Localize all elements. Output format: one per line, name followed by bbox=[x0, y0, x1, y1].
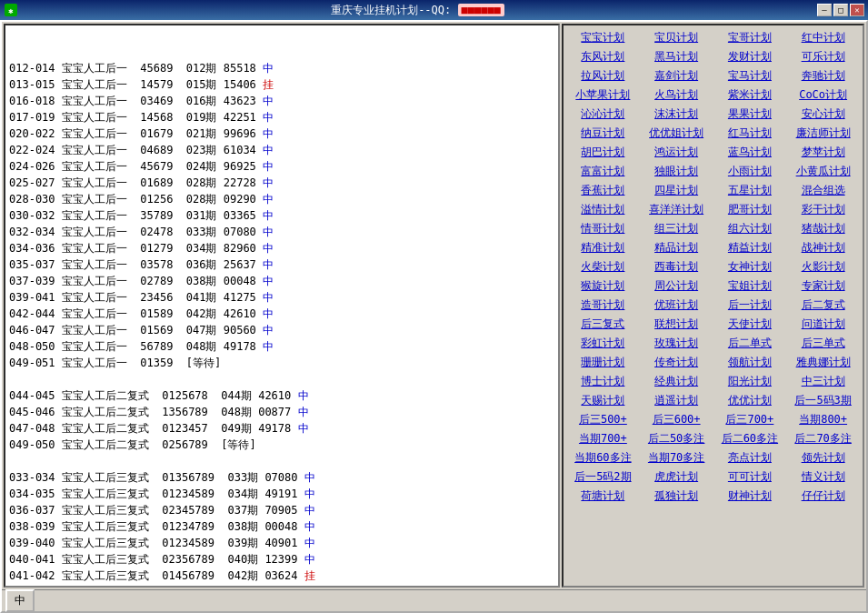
plan-link[interactable]: 红中计划 bbox=[787, 29, 859, 46]
plan-link[interactable]: 女神计划 bbox=[714, 258, 786, 276]
plan-link[interactable]: 沫沫计划 bbox=[641, 106, 713, 123]
plan-link[interactable]: 天使计划 bbox=[714, 316, 786, 333]
plan-link[interactable]: 猪哉计划 bbox=[787, 220, 859, 237]
plan-link[interactable]: 后二单式 bbox=[714, 335, 786, 352]
plan-link[interactable]: 当期700+ bbox=[567, 430, 639, 447]
plan-link[interactable]: 情哥计划 bbox=[567, 220, 639, 237]
plan-link[interactable]: 雅典娜计划 bbox=[787, 354, 859, 371]
plan-link[interactable]: 嘉剑计划 bbox=[641, 67, 713, 85]
plan-link[interactable]: 小雨计划 bbox=[714, 163, 786, 180]
plan-link[interactable]: 后二70多注 bbox=[787, 430, 859, 447]
plan-link[interactable]: 优班计划 bbox=[641, 296, 713, 314]
plan-link[interactable]: 后三600+ bbox=[641, 411, 713, 428]
plan-link[interactable]: 廉洁师计划 bbox=[787, 125, 859, 142]
plan-link[interactable]: 情义计划 bbox=[787, 468, 859, 486]
plan-link[interactable]: 火鸟计划 bbox=[641, 86, 713, 104]
plan-link[interactable]: 精品计划 bbox=[641, 239, 713, 256]
plan-link[interactable]: 纳豆计划 bbox=[567, 125, 639, 142]
plan-link[interactable]: 黑马计划 bbox=[641, 48, 713, 65]
plan-link[interactable]: 胡巴计划 bbox=[567, 144, 639, 161]
plan-link[interactable]: 富富计划 bbox=[567, 163, 639, 180]
plan-link[interactable]: 彩虹计划 bbox=[567, 335, 639, 352]
plan-link[interactable]: 拉风计划 bbox=[567, 67, 639, 85]
plan-link[interactable]: 沁沁计划 bbox=[567, 106, 639, 123]
plan-link[interactable]: 组三计划 bbox=[641, 220, 713, 237]
plan-link[interactable]: 溢情计划 bbox=[567, 201, 639, 218]
plan-link[interactable]: 仔仔计划 bbox=[787, 487, 859, 505]
plan-link[interactable]: 联想计划 bbox=[641, 316, 713, 333]
left-panel[interactable]: 012-014 宝宝人工后一 45689 012期 85518 中 013-01… bbox=[4, 24, 560, 588]
plan-link[interactable]: 独眼计划 bbox=[641, 163, 713, 180]
plan-link[interactable]: 珊珊计划 bbox=[567, 354, 639, 371]
plan-link[interactable]: 后二60多注 bbox=[714, 430, 786, 447]
status-button[interactable]: 中 bbox=[5, 589, 35, 612]
plan-link[interactable]: 后三500+ bbox=[567, 411, 639, 428]
plan-link[interactable]: CoCo计划 bbox=[787, 86, 859, 104]
plan-link[interactable]: 后二50多注 bbox=[641, 430, 713, 447]
plan-link[interactable]: 优优姐计划 bbox=[641, 125, 713, 142]
plan-link[interactable]: 紫米计划 bbox=[714, 86, 786, 104]
plan-link[interactable]: 后二复式 bbox=[787, 296, 859, 314]
plan-link[interactable]: 彩干计划 bbox=[787, 201, 859, 218]
plan-link[interactable]: 虎虎计划 bbox=[641, 468, 713, 486]
plan-link[interactable]: 安心计划 bbox=[787, 106, 859, 123]
plan-link[interactable]: 亮点计划 bbox=[714, 449, 786, 467]
plan-link[interactable]: 宝贝计划 bbox=[641, 29, 713, 46]
plan-link[interactable]: 孤独计划 bbox=[641, 487, 713, 505]
minimize-button[interactable]: — bbox=[817, 4, 832, 16]
plan-link[interactable]: 当期70多注 bbox=[641, 449, 713, 467]
plan-link[interactable]: 玫瑰计划 bbox=[641, 335, 713, 352]
plan-link[interactable]: 发财计划 bbox=[714, 48, 786, 65]
plan-link[interactable]: 宝哥计划 bbox=[714, 29, 786, 46]
plan-link[interactable]: 肥哥计划 bbox=[714, 201, 786, 218]
plan-link[interactable]: 后一5码2期 bbox=[567, 468, 639, 486]
plan-link[interactable]: 宝马计划 bbox=[714, 67, 786, 85]
plan-link[interactable]: 香蕉计划 bbox=[567, 182, 639, 199]
plan-link[interactable]: 天赐计划 bbox=[567, 392, 639, 409]
plan-link[interactable]: 猴旋计划 bbox=[567, 277, 639, 295]
plan-link[interactable]: 五星计划 bbox=[714, 182, 786, 199]
plan-link[interactable]: 四星计划 bbox=[641, 182, 713, 199]
plan-link[interactable]: 战神计划 bbox=[787, 239, 859, 256]
plan-link[interactable]: 财神计划 bbox=[714, 487, 786, 505]
plan-link[interactable]: 组六计划 bbox=[714, 220, 786, 237]
plan-link[interactable]: 博士计划 bbox=[567, 373, 639, 390]
plan-link[interactable]: 传奇计划 bbox=[641, 354, 713, 371]
plan-link[interactable]: 宝宝计划 bbox=[567, 29, 639, 46]
plan-link[interactable]: 果果计划 bbox=[714, 106, 786, 123]
plan-link[interactable]: 当期800+ bbox=[787, 411, 859, 428]
plan-link[interactable]: 后一5码3期 bbox=[787, 392, 859, 409]
plan-link[interactable]: 问道计划 bbox=[787, 316, 859, 333]
plan-link[interactable]: 喜洋洋计划 bbox=[641, 201, 713, 218]
plan-link[interactable]: 火影计划 bbox=[787, 258, 859, 276]
plan-link[interactable]: 造哥计划 bbox=[567, 296, 639, 314]
plan-link[interactable]: 后三单式 bbox=[787, 335, 859, 352]
plan-link[interactable]: 优优计划 bbox=[714, 392, 786, 409]
plan-link[interactable]: 小黄瓜计划 bbox=[787, 163, 859, 180]
plan-link[interactable]: 后三复式 bbox=[567, 316, 639, 333]
plan-link[interactable]: 领先计划 bbox=[787, 449, 859, 467]
plan-link[interactable]: 荷塘计划 bbox=[567, 487, 639, 505]
plan-link[interactable]: 逍遥计划 bbox=[641, 392, 713, 409]
plan-link[interactable]: 可乐计划 bbox=[787, 48, 859, 65]
plan-link[interactable]: 东风计划 bbox=[567, 48, 639, 65]
plan-link[interactable]: 专家计划 bbox=[787, 277, 859, 295]
plan-link[interactable]: 经典计划 bbox=[641, 373, 713, 390]
plan-link[interactable]: 周公计划 bbox=[641, 277, 713, 295]
maximize-button[interactable]: □ bbox=[833, 4, 848, 16]
plan-link[interactable]: 西毒计划 bbox=[641, 258, 713, 276]
plan-link[interactable]: 混合组选 bbox=[787, 182, 859, 199]
plan-link[interactable]: 宝姐计划 bbox=[714, 277, 786, 295]
plan-link[interactable]: 鸿运计划 bbox=[641, 144, 713, 161]
plan-link[interactable]: 小苹果计划 bbox=[567, 86, 639, 104]
close-button[interactable]: ✕ bbox=[850, 4, 864, 16]
plan-link[interactable]: 红马计划 bbox=[714, 125, 786, 142]
plan-link[interactable]: 精准计划 bbox=[567, 239, 639, 256]
plan-link[interactable]: 后一计划 bbox=[714, 296, 786, 314]
plan-link[interactable]: 中三计划 bbox=[787, 373, 859, 390]
plan-link[interactable]: 蓝鸟计划 bbox=[714, 144, 786, 161]
plan-link[interactable]: 奔驰计划 bbox=[787, 67, 859, 85]
plan-link[interactable]: 可可计划 bbox=[714, 468, 786, 486]
plan-link[interactable]: 阳光计划 bbox=[714, 373, 786, 390]
plan-link[interactable]: 当期60多注 bbox=[567, 449, 639, 467]
